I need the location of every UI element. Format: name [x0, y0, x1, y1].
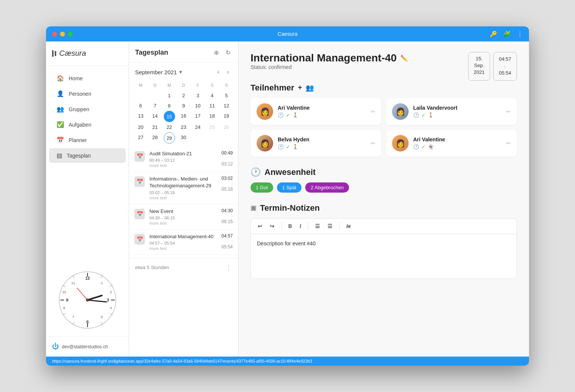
cal-cell-8[interactable]: 8: [162, 101, 177, 111]
svg-point-29: [87, 299, 88, 301]
cal-cell-21[interactable]: 21: [148, 122, 162, 132]
cal-cell-3[interactable]: 3: [191, 90, 205, 101]
cal-cell-24[interactable]: 24: [191, 122, 205, 132]
sidebar-item-home[interactable]: 🏠 Home: [49, 71, 126, 86]
prev-month-button[interactable]: ‹: [214, 67, 222, 77]
clear-format-button[interactable]: Ix: [344, 222, 353, 231]
edit-participant-laila[interactable]: ✏: [506, 109, 511, 115]
cal-cell-15-wrapper[interactable]: 15: [162, 111, 177, 122]
sidebar-item-personen[interactable]: 👤 Personen: [49, 86, 126, 101]
event-end-new: 06:15: [221, 219, 233, 224]
add-participant-button[interactable]: +: [298, 84, 302, 92]
badge-abgebrochen[interactable]: 2 Abgebrochen: [305, 182, 349, 193]
edit-participant-ari2[interactable]: ✏: [506, 140, 511, 146]
cal-cell-9[interactable]: 9: [177, 101, 191, 111]
event-timerange-audit: 00:49 – 03:12: [149, 158, 217, 162]
participant-card-laila: 👩 Laila Vandervoort 🕐 ✓ 🚶 ✏: [386, 98, 517, 125]
cal-cell-27[interactable]: 27: [134, 132, 148, 144]
cal-cell-5[interactable]: 5: [219, 90, 234, 101]
event-item-intl[interactable]: 📅 International Management-40 04:57 – 05…: [129, 230, 238, 255]
month-dropdown-icon[interactable]: ▾: [179, 69, 182, 75]
cal-cell-1[interactable]: 1: [162, 90, 177, 101]
cal-cell-28[interactable]: 28: [148, 132, 162, 144]
participant-name-ari2: Ari Valentine: [413, 136, 502, 142]
cal-cell-empty3: [205, 132, 219, 144]
unordered-list-button[interactable]: ☰: [313, 222, 322, 231]
next-month-button[interactable]: ›: [224, 67, 232, 77]
sidebar-item-tagesplan[interactable]: ▤ Tagesplan: [49, 148, 126, 163]
logo-area: Cæsura: [46, 41, 129, 66]
cal-cell-11[interactable]: 11: [205, 101, 219, 111]
chevron-icon: ›: [232, 156, 233, 161]
svg-text:11: 11: [71, 281, 75, 285]
cal-cell-2[interactable]: 2: [177, 90, 191, 101]
logo-text: Cæsura: [59, 49, 86, 58]
url-text: https://caesura-frontend-9rghf.ondigital…: [52, 359, 312, 363]
avatar-image-belva: 👩: [257, 135, 273, 152]
cal-cell-23[interactable]: 23: [177, 122, 191, 132]
more-options-button[interactable]: ⋮: [225, 263, 232, 272]
close-button[interactable]: [52, 32, 57, 37]
sidebar-item-aufgaben[interactable]: ✅ Aufgaben: [49, 117, 126, 132]
date-line3: 2021: [474, 69, 485, 76]
cal-cell-19[interactable]: 19: [219, 111, 234, 122]
ordered-list-button[interactable]: ☰: [325, 222, 335, 231]
cal-cell-13[interactable]: 13: [134, 111, 148, 122]
clock-area: 12 3 6 9 1 2 4 5 7 8 10 11: [46, 264, 129, 336]
cal-cell-22[interactable]: 22: [162, 122, 177, 132]
event-item-infotech[interactable]: 📅 Informations-, Medien- und Technologie…: [129, 172, 238, 204]
edit-participant-belva[interactable]: ✏: [371, 140, 375, 146]
calendar-icon: 📅: [134, 151, 145, 162]
add-event-button[interactable]: ⊕: [212, 47, 220, 58]
cal-cell-17[interactable]: 17: [191, 111, 205, 122]
cal-cell-25[interactable]: 25: [205, 122, 219, 132]
editor-content[interactable]: Description for event #40: [257, 240, 316, 247]
key-icon[interactable]: 🔑: [490, 31, 497, 38]
badge-gut[interactable]: 1 Gut: [251, 182, 273, 193]
cal-cell-30[interactable]: 30: [177, 132, 191, 144]
logo-bar-2: [55, 51, 56, 56]
cal-cell-26[interactable]: 26: [219, 122, 234, 132]
cal-cell-15-today[interactable]: 15: [164, 111, 175, 122]
event-item-audit[interactable]: 📅 Audit Simulation-21 00:49 – 03:12 more…: [129, 147, 238, 172]
participant-card-belva: 👩 Belva Hyden 🕐 ✓ 🚶 ✏: [251, 130, 381, 157]
minimize-button[interactable]: [60, 32, 65, 37]
badge-spaet[interactable]: 1 Spät: [277, 182, 302, 193]
cal-cell-29-selected[interactable]: 29: [164, 132, 175, 144]
sidebar-item-planner[interactable]: 📅 Planner: [49, 133, 126, 147]
edit-participant-ari1[interactable]: ✏: [371, 109, 375, 115]
avatar-image-laila: 👩: [392, 103, 409, 120]
calendar-grid: M D M D F S S 1 2 3 4 5: [129, 81, 238, 144]
cal-cell-10[interactable]: 10: [191, 101, 205, 111]
puzzle-icon[interactable]: 🧩: [503, 31, 511, 38]
event-item-new[interactable]: 📅 New Event 04:30 – 06:15 more text 04:3…: [129, 204, 238, 230]
editor-toolbar: ↩ ↪ B I ☰ ☰ Ix: [251, 218, 517, 234]
cal-cell-14[interactable]: 14: [148, 111, 162, 122]
teilnehmer-title-text: Teilnehmer: [251, 83, 294, 93]
bold-button[interactable]: B: [286, 222, 294, 231]
sidebar-item-gruppen[interactable]: 👥 Gruppen: [49, 102, 126, 116]
editor-body[interactable]: Description for event #40: [251, 234, 517, 279]
cal-cell-12[interactable]: 12: [219, 101, 234, 111]
cal-cell-29-wrapper[interactable]: 29: [162, 132, 177, 144]
time-arrow: ↓: [499, 63, 511, 69]
refresh-button[interactable]: ↻: [224, 47, 232, 58]
undo-button[interactable]: ↩: [255, 222, 264, 231]
toolbar-divider-2: [308, 222, 308, 230]
cal-cell-16[interactable]: 16: [177, 111, 191, 122]
menu-icon[interactable]: ⋮: [517, 31, 523, 38]
redo-button[interactable]: ↪: [268, 222, 277, 231]
cal-cell-empty4: [219, 132, 234, 144]
cal-cell-18[interactable]: 18: [205, 111, 219, 122]
cal-cell-7[interactable]: 7: [148, 101, 162, 111]
cal-cell-4[interactable]: 4: [205, 90, 219, 101]
edit-title-icon[interactable]: ✏️: [400, 55, 408, 62]
planner-icon: 📅: [57, 136, 64, 144]
clock-section-icon: 🕐: [251, 167, 261, 177]
cal-cell-20[interactable]: 20: [134, 122, 148, 132]
cal-cell-empty: [148, 90, 162, 101]
cal-cell-6[interactable]: 6: [134, 101, 148, 111]
italic-button[interactable]: I: [297, 222, 303, 231]
person-icon: 🚶: [292, 112, 298, 118]
maximize-button[interactable]: [68, 32, 73, 37]
